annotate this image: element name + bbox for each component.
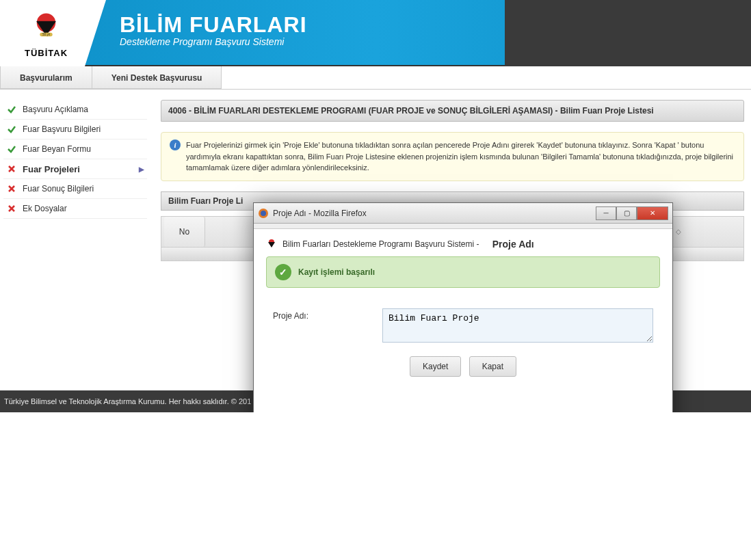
sidebar-item-fuar-beyan[interactable]: Fuar Beyan Formu (3, 139, 147, 159)
svg-point-4 (261, 211, 266, 216)
cross-icon (6, 203, 17, 214)
logo-container: 50.yıl TÜBİTAK (0, 0, 106, 66)
header-title-box: BİLİM FUARLARI Destekleme Programı Başvu… (106, 0, 307, 65)
tab-yeni-destek[interactable]: Yeni Destek Başvurusu (92, 66, 222, 89)
sidebar-item-label: Fuar Başvuru Bilgileri (23, 124, 101, 134)
dialog-heading-title: Proje Adı (492, 239, 534, 250)
app-header: 50.yıl TÜBİTAK BİLİM FUARLARI Destekleme… (0, 0, 751, 66)
sidebar-item-fuar-basvuru[interactable]: Fuar Başvuru Bilgileri (3, 120, 147, 139)
dialog-titlebar[interactable]: Proje Adı - Mozilla Firefox ─ ▢ ✕ (254, 203, 672, 224)
save-button[interactable]: Kaydet (410, 356, 461, 377)
cross-icon (6, 163, 17, 174)
success-check-icon: ✓ (275, 264, 291, 280)
form-row-project-name: Proje Adı: (273, 308, 653, 343)
project-name-dialog: Proje Adı - Mozilla Firefox ─ ▢ ✕ Bilim … (253, 202, 673, 412)
check-icon (6, 124, 17, 135)
tab-basvurularim[interactable]: Başvurularım (0, 66, 92, 89)
column-no-label: No (179, 227, 189, 237)
window-buttons: ─ ▢ ✕ (596, 206, 668, 220)
logo-text: TÜBİTAK (25, 48, 68, 58)
minimize-button[interactable]: ─ (596, 206, 616, 220)
tubitak-logo: 50.yıl TÜBİTAK (25, 9, 68, 58)
project-name-label: Proje Adı: (273, 308, 369, 321)
dialog-heading-prefix: Bilim Fuarları Destekleme Programı Başvu… (282, 239, 479, 249)
info-icon: i (170, 139, 181, 150)
sidebar-item-fuar-sonuc[interactable]: Fuar Sonuç Bilgileri (3, 179, 147, 199)
sidebar-item-label: Fuar Sonuç Bilgileri (23, 184, 94, 194)
sidebar-item-label: Fuar Projeleri (23, 164, 80, 174)
success-message: ✓ Kayıt işlemi başarılı (266, 256, 660, 288)
sidebar-item-ek-dosyalar[interactable]: Ek Dosyalar (3, 199, 147, 219)
column-no[interactable]: No (164, 217, 205, 247)
dialog-button-row: Kaydet Kapat (266, 356, 660, 377)
maximize-button[interactable]: ▢ (616, 206, 637, 220)
close-button[interactable]: Kapat (469, 356, 516, 377)
main-nav: Başvurularım Yeni Destek Başvurusu (0, 66, 751, 90)
logo-icon: 50.yıl (27, 9, 65, 46)
cross-icon (6, 183, 17, 194)
dialog-heading: Bilim Fuarları Destekleme Programı Başvu… (266, 239, 660, 256)
sidebar-item-basvuru-aciklama[interactable]: Başvuru Açıklama (3, 100, 147, 120)
sidebar-item-label: Ek Dosyalar (23, 204, 67, 213)
logo-small-icon (266, 239, 277, 250)
svg-text:50.yıl: 50.yıl (42, 33, 50, 36)
app-title: BİLİM FUARLARI (120, 12, 307, 38)
chevron-right-icon: ▶ (139, 165, 144, 173)
success-text: Kayıt işlemi başarılı (298, 267, 375, 277)
sidebar: Başvuru Açıklama Fuar Başvuru Bilgileri … (3, 100, 147, 363)
panel-title: 4006 - BİLİM FUARLARI DESTEKLEME PROGRAM… (161, 100, 744, 122)
check-icon (6, 104, 17, 115)
firefox-icon (258, 208, 269, 219)
dialog-window-title: Proje Adı - Mozilla Firefox (273, 209, 592, 218)
sidebar-item-label: Başvuru Açıklama (23, 105, 88, 114)
footer-text: Türkiye Bilimsel ve Teknolojik Araştırma… (4, 397, 251, 405)
info-banner: i Fuar Projelerinizi girmek için 'Proje … (161, 132, 744, 181)
sort-icon: ◇ (676, 228, 681, 235)
check-icon (6, 144, 17, 155)
project-name-input[interactable] (382, 308, 653, 343)
sidebar-item-fuar-projeleri[interactable]: Fuar Projeleri ▶ (3, 159, 147, 179)
header-dark-stripe (505, 0, 751, 66)
dialog-body: Bilim Fuarları Destekleme Programı Başvu… (254, 229, 672, 412)
dialog-toolbar (254, 224, 672, 229)
close-window-button[interactable]: ✕ (637, 206, 668, 220)
info-text: Fuar Projelerinizi girmek için 'Proje Ek… (186, 139, 735, 174)
sidebar-item-label: Fuar Beyan Formu (23, 144, 91, 154)
app-subtitle: Destekleme Programı Başvuru Sistemi (120, 36, 307, 47)
